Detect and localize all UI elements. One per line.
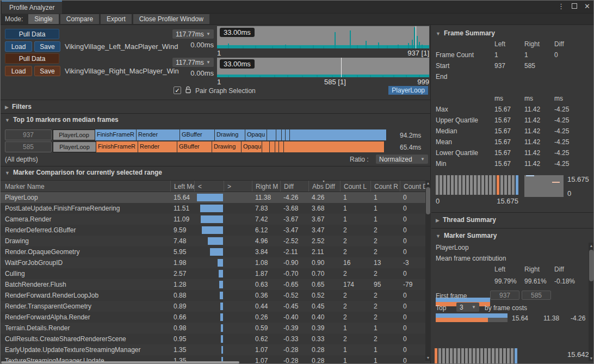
range-max-left-dropdown[interactable]: 117.77ms▼	[172, 29, 214, 39]
frame-graph-right[interactable]: 33.00ms	[217, 58, 429, 77]
pair-graph-selection-checkbox[interactable]: ✓	[174, 87, 181, 94]
marker-summary-foldout[interactable]: ▼Marker Summary	[436, 232, 497, 239]
table-cell: 0.40	[308, 312, 340, 323]
table-cell	[224, 236, 252, 246]
table-row[interactable]: Terrain.Details.Render0.980.59-0.390.391…	[1, 323, 425, 334]
maximize-icon[interactable]	[572, 3, 577, 9]
top-n-label: Top	[436, 304, 446, 312]
table-row[interactable]: Render.TransparentGeometry0.890.44-0.450…	[1, 301, 425, 312]
table-cell: 1.07	[252, 355, 280, 364]
table-row[interactable]: PostLateUpdate.FinishFrameRendering11.51…	[1, 203, 425, 214]
column-header-count-left[interactable]: Count L	[340, 181, 370, 192]
graph-baseline	[217, 75, 429, 77]
table-row[interactable]: RenderDeferred.GBuffer9.596.12-3.473.472…	[1, 225, 425, 236]
scroll-up-icon[interactable]: ▲	[425, 180, 431, 186]
column-header-count-diff[interactable]: Count D	[400, 181, 425, 192]
table-cell: 95	[370, 279, 400, 290]
save-left-button[interactable]: Save	[34, 41, 60, 52]
histogram-bar	[493, 175, 496, 195]
table-cell: 2	[370, 312, 400, 323]
first-frame-right-button[interactable]: 585	[522, 291, 551, 300]
mode-single-button[interactable]: Single	[28, 14, 58, 24]
range-max-right-dropdown[interactable]: 117.77ms▼	[172, 58, 214, 67]
histogram-bar	[507, 348, 510, 363]
filters-foldout[interactable]: ▶Filters	[5, 103, 32, 110]
frame-graph-left[interactable]: 33.00ms	[217, 26, 429, 48]
top10-segment	[284, 141, 385, 152]
load-left-button[interactable]: Load	[5, 41, 32, 52]
table-row[interactable]: EarlyUpdate.UpdateTextureStreamingManage…	[1, 344, 425, 355]
graph-spike	[398, 45, 399, 48]
scroll-up-icon[interactable]: ▲	[589, 243, 594, 249]
scroll-down-icon[interactable]: ▼	[589, 355, 594, 361]
load-right-button[interactable]: Load	[5, 66, 32, 76]
top10-frame-button-left[interactable]: 937	[5, 129, 52, 140]
first-frame-left-button[interactable]: 937	[490, 291, 519, 300]
export-button[interactable]: Export	[101, 14, 132, 24]
table-cell: 0.28	[308, 355, 340, 364]
table-cell: BatchRenderer.Flush	[1, 279, 170, 290]
ratio-dropdown[interactable]: Normalized▼	[376, 155, 428, 164]
graph-spike	[243, 46, 244, 48]
table-row[interactable]: RenderForwardAlpha.Render0.660.26-0.400.…	[1, 312, 425, 323]
table-row[interactable]: RenderForward.RenderLoopJob0.880.36-0.52…	[1, 290, 425, 301]
column-header-count-right[interactable]: Count R	[370, 181, 400, 192]
close-profiler-window-button[interactable]: Close Profiler Window	[133, 14, 209, 24]
column-header-diff[interactable]: Diff	[280, 181, 308, 192]
graph-spike	[274, 75, 275, 77]
column-header-right-bigger[interactable]: >	[224, 181, 252, 192]
table-row[interactable]: Camera.Render11.097.42-3.673.67110	[1, 214, 425, 225]
histogram-bar	[484, 348, 487, 363]
top10-frame-button-right[interactable]: 585	[5, 141, 52, 152]
top10-foldout[interactable]: ▼Top 10 markers on median frames	[5, 116, 119, 124]
table-row[interactable]: BatchRenderer.Flush1.280.63-0.650.651749…	[1, 279, 425, 290]
table-cell: 5.95	[170, 246, 194, 257]
table-vertical-scrollbar[interactable]: ▲ ▼	[425, 180, 431, 361]
pull-data-left-button[interactable]: Pull Data	[5, 29, 59, 39]
table-row[interactable]: Drawing7.484.96-2.522.52220	[1, 236, 425, 246]
top-n-dropdown[interactable]: 3▼	[456, 303, 479, 312]
table-row[interactable]: Render.OpaqueGeometry5.953.84-2.112.1122…	[1, 246, 425, 257]
chevron-down-icon: ▼	[5, 170, 10, 176]
graph-spike	[357, 45, 358, 48]
column-header-abs-diff[interactable]: ▼Abs Diff	[308, 181, 340, 192]
table-row[interactable]: PlayerLoop15.6411.38-4.264.26110	[1, 192, 425, 203]
column-header-left-bigger[interactable]: <	[194, 181, 224, 192]
top10-segment	[286, 129, 290, 140]
pull-data-right-button[interactable]: Pull Data	[5, 53, 59, 64]
lock-icon[interactable]	[185, 86, 191, 95]
table-row[interactable]: Culling2.571.87-0.700.70220	[1, 268, 425, 279]
save-right-button[interactable]: Save	[34, 66, 60, 76]
scrollbar-thumb[interactable]	[426, 187, 430, 214]
histogram-bar	[485, 175, 488, 195]
tab-profile-analyzer[interactable]: Profile Analyzer	[2, 1, 62, 14]
histogram-bar	[473, 348, 475, 363]
comparison-foldout[interactable]: ▼Marker Comparison for currently selecte…	[5, 169, 162, 176]
top10-segment: FinishFrameR	[96, 141, 138, 152]
table-cell: 0	[400, 290, 425, 301]
frame-summary-foldout[interactable]: ▼Frame Summary	[436, 29, 495, 37]
graph-x-start: 1	[217, 49, 221, 57]
column-header-right-median[interactable]: Right M	[252, 181, 280, 192]
graph-spike	[228, 76, 229, 77]
table-horizontal-scrollbar[interactable]	[1, 361, 239, 363]
thread-summary-foldout[interactable]: ▶Thread Summary	[436, 216, 496, 224]
scroll-down-icon[interactable]: ▼	[425, 355, 431, 361]
kebab-menu-icon[interactable]: ⋮	[558, 2, 565, 10]
table-cell: 2	[370, 236, 400, 246]
table-cell	[224, 268, 252, 279]
scrollbar-thumb[interactable]	[589, 250, 593, 281]
table-cell: 7.83	[252, 203, 280, 214]
table-cell	[194, 236, 224, 246]
table-cell: 1	[340, 192, 370, 203]
mode-compare-button[interactable]: Compare	[60, 14, 99, 24]
boxplot-min-label: 0	[567, 189, 571, 198]
close-icon[interactable]: ✕	[584, 2, 590, 10]
right-pane-scrollbar[interactable]: ▲ ▼	[589, 243, 594, 361]
table-row[interactable]: WaitForJobGroupID1.981.08-0.900.901613-3	[1, 257, 425, 268]
graph-spike	[412, 40, 413, 48]
frame-summary-boxplot	[524, 175, 564, 197]
column-header-name[interactable]: Marker Name	[1, 181, 170, 192]
column-header-left-median[interactable]: Left Me	[170, 181, 194, 192]
table-row[interactable]: CullResults.CreateSharedRendererScene0.9…	[1, 334, 425, 344]
